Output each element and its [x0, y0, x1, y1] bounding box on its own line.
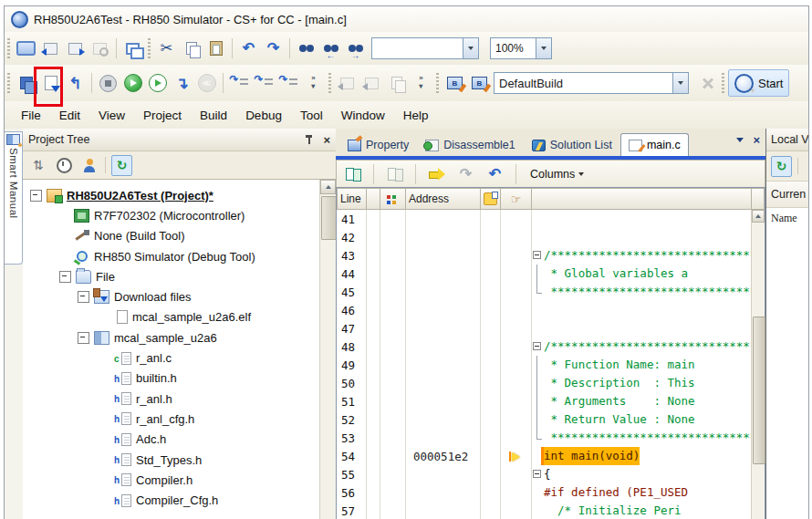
editor-tab[interactable]: Solution List: [524, 133, 620, 156]
tree-item[interactable]: Download files: [23, 286, 320, 306]
breakpoint-cell[interactable]: [367, 483, 380, 502]
paste-icon[interactable]: [203, 36, 228, 61]
code-line-row[interactable]: 53 **********************************: [337, 429, 752, 447]
code-line-row[interactable]: 52 * Return Value : None: [337, 410, 752, 429]
code-line-row[interactable]: 45 **********************************: [337, 283, 752, 301]
navigate-forward-icon[interactable]: [359, 71, 384, 96]
code-line-row[interactable]: 56 #if defined (PE1_USED: [337, 483, 752, 502]
fold-marker[interactable]: [532, 283, 544, 301]
menu-item[interactable]: Tool: [291, 105, 332, 126]
line-number[interactable]: 57: [337, 502, 367, 519]
code-line-row[interactable]: 57 /* Initialize Peri: [337, 502, 752, 519]
line-number[interactable]: 47: [337, 319, 367, 337]
coverage-cell[interactable]: [380, 265, 406, 283]
line-number[interactable]: 56: [337, 483, 367, 502]
event-cell[interactable]: [481, 283, 501, 301]
breakpoint-cell[interactable]: [367, 228, 380, 246]
breakpoint-cell[interactable]: [367, 246, 380, 265]
code-cell[interactable]: * Function Name: main: [532, 356, 752, 374]
tree-item[interactable]: Compiler.h: [23, 470, 320, 490]
event-cell[interactable]: [481, 265, 501, 283]
fold-marker[interactable]: [532, 337, 544, 356]
fold-marker[interactable]: [532, 429, 544, 447]
fold-marker[interactable]: [532, 228, 544, 246]
fold-marker[interactable]: [532, 301, 544, 319]
tab-list-dropdown-icon[interactable]: [736, 138, 744, 142]
fold-marker[interactable]: [532, 447, 544, 465]
code-cell[interactable]: **********************************: [532, 283, 752, 301]
code-cell[interactable]: * Return Value : None: [532, 410, 752, 429]
coverage-cell[interactable]: [380, 465, 406, 483]
editor-tab[interactable]: Disassemble1: [417, 133, 524, 156]
pages-jump-icon[interactable]: [382, 162, 407, 187]
find-next-icon[interactable]: →: [343, 36, 368, 61]
coverage-cell[interactable]: [380, 356, 406, 374]
menu-item[interactable]: File: [12, 105, 50, 126]
clear-icon[interactable]: [384, 71, 409, 96]
scrollbar-thumb[interactable]: [321, 196, 336, 240]
code-cell[interactable]: /**********************************: [532, 246, 752, 265]
event-cell[interactable]: [481, 319, 501, 337]
step-over-icon[interactable]: [252, 71, 276, 96]
restart-icon[interactable]: ↴: [170, 71, 194, 96]
event-cell[interactable]: [481, 210, 501, 228]
ignore-break-and-go-icon[interactable]: [145, 71, 170, 96]
tree-item[interactable]: r_anl_cfg.h: [23, 409, 320, 429]
breakpoint-cell[interactable]: [367, 392, 380, 410]
breakpoint-cell[interactable]: [367, 356, 380, 374]
fold-marker[interactable]: [532, 465, 544, 483]
toolbar-overflow-icon[interactable]: »▾: [409, 71, 433, 96]
clock-icon[interactable]: [54, 155, 74, 175]
expander-icon[interactable]: [78, 332, 89, 344]
stop-icon[interactable]: [96, 71, 120, 96]
event-cell[interactable]: [481, 228, 501, 246]
breakpoint-cell[interactable]: [367, 502, 380, 519]
scroll-up-icon[interactable]: [752, 210, 765, 223]
step-return-icon[interactable]: [276, 71, 301, 96]
line-number[interactable]: 50: [337, 374, 367, 392]
code-cell[interactable]: [532, 228, 752, 246]
mixed-display-icon[interactable]: [340, 162, 365, 187]
window-forward-icon[interactable]: [63, 36, 88, 61]
event-column-header[interactable]: [481, 188, 501, 210]
toolbar-grip[interactable]: [436, 73, 439, 93]
scroll-up-icon[interactable]: [320, 180, 336, 194]
fold-marker[interactable]: [532, 502, 544, 519]
event-cell[interactable]: [481, 246, 501, 265]
code-cell[interactable]: * Arguments : None: [532, 392, 752, 410]
user-icon[interactable]: [79, 155, 99, 175]
chevron-down-icon[interactable]: [672, 73, 688, 93]
line-number[interactable]: 55: [337, 465, 367, 483]
fold-marker[interactable]: [532, 483, 544, 502]
line-number[interactable]: 41: [337, 210, 367, 228]
fold-marker[interactable]: [532, 265, 544, 283]
event-cell[interactable]: [481, 392, 501, 410]
tree-item[interactable]: Adc.h: [23, 430, 320, 450]
line-number[interactable]: 45: [337, 283, 367, 301]
project-tree-scrollbar[interactable]: [319, 180, 336, 519]
breakpoint-cell[interactable]: [367, 283, 380, 301]
line-number[interactable]: 51: [337, 392, 367, 410]
tree-item[interactable]: mcal_sample_u2a6.elf: [23, 307, 320, 327]
build-config-combobox[interactable]: DefaultBuild: [494, 72, 689, 94]
find-previous-icon[interactable]: ←: [318, 36, 343, 61]
close-tab-icon[interactable]: ×: [753, 134, 760, 146]
coverage-cell[interactable]: [380, 228, 406, 246]
blank-column-header[interactable]: [367, 188, 380, 210]
step-backward-icon[interactable]: ≪: [194, 71, 219, 96]
grid-column-header[interactable]: [380, 188, 406, 210]
copy-icon[interactable]: [179, 36, 203, 61]
coverage-cell[interactable]: [380, 319, 406, 337]
fold-marker[interactable]: [532, 356, 544, 374]
search-combobox[interactable]: [371, 37, 479, 59]
editor-tab[interactable]: Property: [339, 133, 417, 156]
event-cell[interactable]: [481, 374, 501, 392]
coverage-cell[interactable]: [380, 410, 406, 429]
code-line-row[interactable]: 41: [337, 210, 752, 228]
breakpoint-cell[interactable]: [367, 265, 380, 283]
go-icon[interactable]: [120, 71, 145, 96]
code-line-row[interactable]: 47: [337, 319, 752, 337]
window-back-icon[interactable]: [38, 36, 63, 61]
fold-marker[interactable]: [532, 210, 544, 228]
code-cell[interactable]: **********************************: [532, 429, 752, 447]
